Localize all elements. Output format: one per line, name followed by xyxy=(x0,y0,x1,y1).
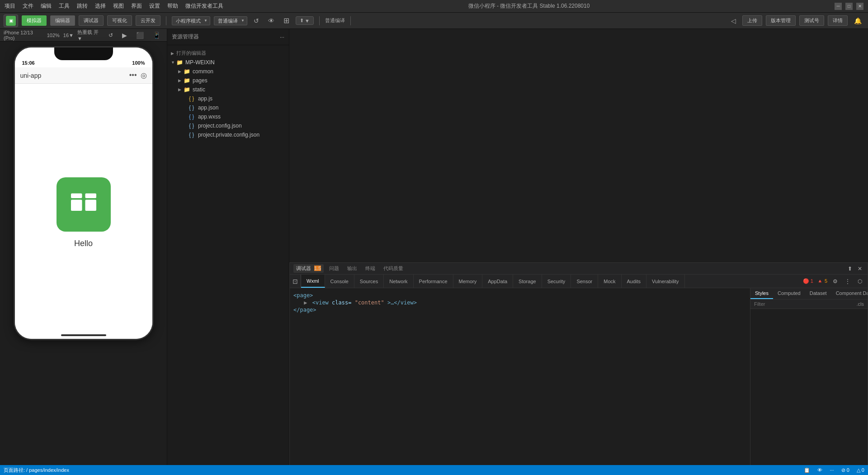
refresh-button[interactable]: ↺ xyxy=(251,16,262,25)
circle-icon[interactable]: ◎ xyxy=(141,71,147,80)
tab-sources[interactable]: Sources xyxy=(354,275,384,288)
devtools-dock-button[interactable]: ⬡ xyxy=(856,277,864,285)
sim-play-button[interactable]: ▶ xyxy=(119,31,130,40)
simulator-button[interactable]: 模拟器 xyxy=(22,15,47,26)
editor-button[interactable]: 编辑器 xyxy=(50,15,75,26)
qr-button[interactable]: ⊞ xyxy=(281,15,292,26)
phone-home-bar xyxy=(61,334,106,336)
file-appjson[interactable]: ▶ { } app.json xyxy=(167,103,289,112)
section-mp-label: MP-WEIXIN xyxy=(185,59,215,66)
more-dots[interactable]: ··· xyxy=(830,467,834,473)
devtools-controls: ⬆ ✕ xyxy=(846,265,864,273)
dots-icon[interactable]: ••• xyxy=(129,71,137,80)
sim-phone-button[interactable]: 📱 xyxy=(150,31,163,40)
menu-wxdev[interactable]: 微信开发者工具 xyxy=(185,2,223,10)
filter-input[interactable] xyxy=(754,301,855,307)
tab-console[interactable]: Console xyxy=(325,275,354,288)
page-path: 页面路径: / pages/index/index xyxy=(4,467,69,474)
arrow-opened: ▶ xyxy=(171,51,176,56)
dt-tab-terminal[interactable]: 终端 xyxy=(363,264,378,273)
devtools-settings-button[interactable]: ⚙ xyxy=(831,277,840,285)
maximize-button[interactable]: □ xyxy=(845,3,853,10)
tab-sensor[interactable]: Sensor xyxy=(571,275,598,288)
dt-tab-problems[interactable]: 问题 xyxy=(326,264,342,273)
section-opened-editors[interactable]: ▶ 打开的编辑器 xyxy=(167,47,289,58)
message-button[interactable]: 🔔 xyxy=(851,16,864,25)
sim-stop-button[interactable]: ⬛ xyxy=(133,31,146,40)
explorer-panel: 资源管理器 ··· ▶ 打开的编辑器 ▼ 📁 MP-WEIXIN ▶ 📁 com… xyxy=(167,29,289,475)
menu-edit[interactable]: 编辑 xyxy=(41,2,52,10)
menu-interface[interactable]: 界面 xyxy=(131,2,142,10)
xml-tag-view-close: >…</view> xyxy=(387,299,417,306)
close-button[interactable]: ✕ xyxy=(856,3,863,10)
devtools-more-button[interactable]: ⋮ xyxy=(843,277,852,285)
xml-line-view[interactable]: ▶ <view class= "content" >…</view> xyxy=(293,299,746,306)
mode-select[interactable]: 小程序模式 xyxy=(172,16,210,25)
tab-mock[interactable]: Mock xyxy=(598,275,621,288)
menu-help[interactable]: 帮助 xyxy=(167,2,178,10)
tab-memory[interactable]: Memory xyxy=(453,275,483,288)
dt-inspect-icon[interactable]: ⊡ xyxy=(290,275,301,288)
copy-icon[interactable]: 📋 xyxy=(804,467,810,473)
test-button[interactable]: 测试号 xyxy=(799,15,824,26)
sim-refresh-button[interactable]: ↺ xyxy=(106,31,116,39)
menu-project[interactable]: 项目 xyxy=(5,2,15,10)
tab-vulnerability[interactable]: Vulnerability xyxy=(646,275,685,288)
file-projectconfig[interactable]: ▶ { } project.config.json xyxy=(167,121,289,130)
tab-wxml[interactable]: Wxml xyxy=(301,275,325,288)
file-appjs-label: app.js xyxy=(198,95,212,102)
menu-tools[interactable]: 工具 xyxy=(59,2,70,10)
menu-settings[interactable]: 设置 xyxy=(149,2,160,10)
minimize-button[interactable]: ─ xyxy=(835,3,842,10)
right-tab-dataset[interactable]: Dataset xyxy=(805,288,831,299)
phone-notch xyxy=(54,48,113,60)
dt-tab-quality[interactable]: 代码质量 xyxy=(381,264,406,273)
menu-file[interactable]: 文件 xyxy=(23,2,33,10)
file-appjson-label: app.json xyxy=(198,104,218,111)
upload-button[interactable]: 上传 xyxy=(742,15,762,26)
menu-view[interactable]: 视图 xyxy=(113,2,124,10)
screenshot-label[interactable]: 热重载 开▼ xyxy=(77,29,102,41)
folder-pages[interactable]: ▶ 📁 pages xyxy=(167,76,289,85)
tab-storage[interactable]: Storage xyxy=(513,275,542,288)
cloud-button[interactable]: 云开发 xyxy=(136,15,160,26)
upload-area: ⬆ ▼ xyxy=(296,16,314,25)
tab-performance[interactable]: Performance xyxy=(414,275,453,288)
tab-appdata[interactable]: AppData xyxy=(482,275,513,288)
devtools-close-button[interactable]: ✕ xyxy=(856,265,864,273)
right-tab-computed[interactable]: Computed xyxy=(773,288,805,299)
device-label: iPhone 12/13 (Pro) xyxy=(4,30,43,41)
preview-icon[interactable]: 👁 xyxy=(265,16,277,25)
compile-select[interactable]: 普通编译 xyxy=(214,16,247,25)
file-appjs[interactable]: ▶ { } app.js xyxy=(167,94,289,103)
svg-rect-0 xyxy=(71,200,82,211)
tab-audits[interactable]: Audits xyxy=(622,275,647,288)
inspect-icon: ⊡ xyxy=(292,278,298,285)
version-mgr-button[interactable]: 版本管理 xyxy=(766,15,796,26)
menu-bar[interactable]: // render menu inline 项目 文件 编辑 工具 跳转 选择 … xyxy=(5,2,223,10)
debug-button[interactable]: 调试器 xyxy=(79,15,104,26)
explorer-more[interactable]: ··· xyxy=(280,34,284,40)
simulator-content: 15:06 100% uni-app ••• ◎ xyxy=(0,42,167,475)
file-appwxss[interactable]: ▶ { } app.wxss xyxy=(167,112,289,121)
devtools-expand-button[interactable]: ⬆ xyxy=(846,265,854,273)
detail-button[interactable]: 详情 xyxy=(828,15,848,26)
file-projectprivate[interactable]: ▶ { } project.private.config.json xyxy=(167,130,289,139)
dt-tab-debugger[interactable]: 调试器 1.5 xyxy=(293,264,324,273)
arrow-pages: ▶ xyxy=(178,78,184,83)
right-tab-component-data[interactable]: Component Data xyxy=(831,288,868,299)
phone-time: 15:06 xyxy=(22,60,35,66)
tab-network[interactable]: Network xyxy=(384,275,413,288)
right-tab-styles[interactable]: Styles xyxy=(750,288,773,299)
visual-button[interactable]: 可视化 xyxy=(107,15,132,26)
menu-goto[interactable]: 跳转 xyxy=(77,2,88,10)
folder-common[interactable]: ▶ 📁 common xyxy=(167,67,289,76)
eye-icon[interactable]: 👁 xyxy=(817,467,822,473)
folder-static[interactable]: ▶ 📁 static xyxy=(167,85,289,94)
section-mp-weixin[interactable]: ▼ 📁 MP-WEIXIN xyxy=(167,58,289,67)
back-button[interactable]: ◁ xyxy=(728,16,739,25)
phone-nav-icons[interactable]: ••• ◎ xyxy=(129,71,147,80)
dt-tab-output[interactable]: 输出 xyxy=(344,264,360,273)
menu-select[interactable]: 选择 xyxy=(95,2,106,10)
tab-security[interactable]: Security xyxy=(542,275,571,288)
